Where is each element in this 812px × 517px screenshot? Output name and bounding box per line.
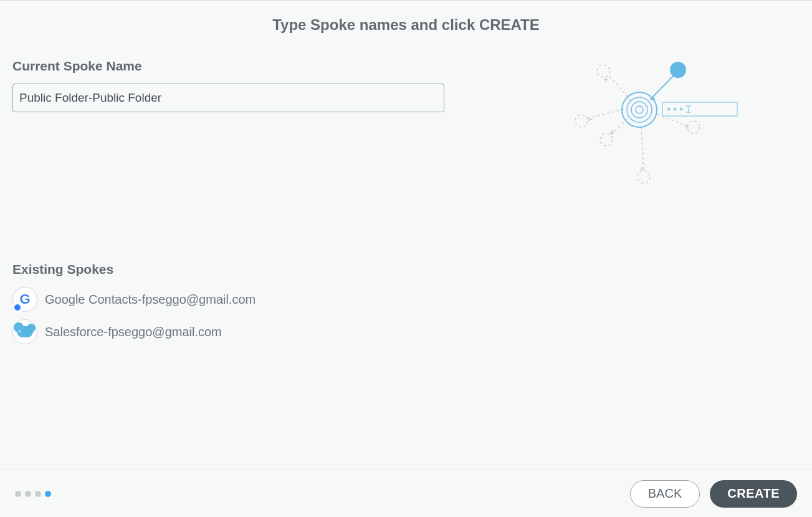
svg-point-1 bbox=[575, 115, 588, 127]
step-indicator bbox=[15, 491, 51, 497]
svg-point-7 bbox=[631, 102, 647, 118]
svg-point-8 bbox=[636, 106, 643, 114]
svg-point-2 bbox=[600, 133, 613, 146]
page-title: Type Spoke names and click CREATE bbox=[0, 16, 812, 34]
svg-point-4 bbox=[638, 171, 650, 183]
existing-spoke-label: Salesforce-fpseggo@gmail.com bbox=[45, 325, 222, 339]
hub-spoke-illustration bbox=[569, 52, 756, 190]
svg-line-10 bbox=[651, 76, 673, 99]
google-contacts-icon: G bbox=[12, 287, 37, 312]
svg-point-3 bbox=[687, 121, 700, 133]
svg-point-14 bbox=[680, 108, 683, 111]
create-button[interactable]: CREATE bbox=[710, 480, 797, 508]
svg-point-12 bbox=[667, 108, 671, 111]
current-spoke-input[interactable] bbox=[12, 84, 444, 112]
step-dot bbox=[35, 491, 41, 497]
step-dot bbox=[25, 491, 31, 497]
svg-point-6 bbox=[627, 97, 652, 122]
existing-spokes-heading: Existing Spokes bbox=[12, 262, 800, 277]
step-dot bbox=[15, 491, 21, 497]
existing-spoke-row: sf Salesforce-fpseggo@gmail.com bbox=[12, 319, 800, 344]
svg-point-9 bbox=[670, 62, 686, 78]
svg-point-0 bbox=[597, 65, 609, 77]
back-button[interactable]: BACK bbox=[630, 480, 700, 508]
svg-point-13 bbox=[674, 108, 677, 111]
salesforce-icon: sf bbox=[12, 319, 37, 344]
existing-spoke-label: Google Contacts-fpseggo@gmail.com bbox=[45, 292, 256, 307]
existing-spoke-row: G Google Contacts-fpseggo@gmail.com bbox=[12, 287, 800, 312]
step-dot-active bbox=[45, 491, 51, 497]
